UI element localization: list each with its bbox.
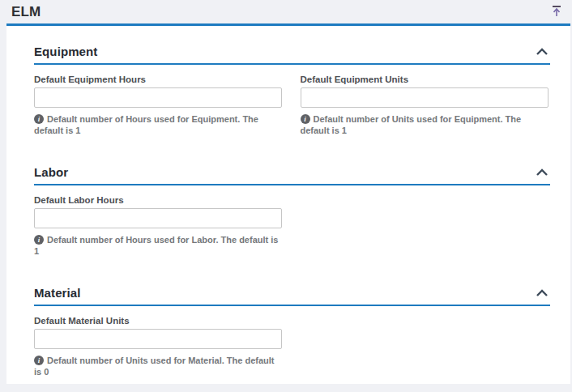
section-equipment: Equipment Default Equipment Hours Defaul… (34, 45, 550, 136)
default-material-units-input[interactable] (34, 329, 282, 349)
field-label: Default Labor Hours (34, 195, 284, 205)
field-help: Default number of Hours used for Labor. … (34, 234, 284, 257)
section-labor-header: Labor (34, 165, 550, 185)
field-default-equipment-hours: Default Equipment Hours Default number o… (34, 75, 284, 136)
section-title: Material (34, 286, 81, 300)
section-material: Material Default Material Units Default … (34, 286, 550, 377)
field-help: Default number of Units used for Materia… (34, 355, 284, 377)
chevron-up-icon (536, 167, 549, 179)
settings-panel: Equipment Default Equipment Hours Defaul… (6, 23, 570, 384)
default-labor-hours-input[interactable] (34, 208, 282, 228)
section-equipment-header: Equipment (34, 45, 550, 65)
field-default-labor-hours: Default Labor Hours Default number of Ho… (34, 195, 284, 257)
chevron-up-icon (536, 288, 549, 300)
default-equipment-units-input[interactable] (301, 87, 549, 108)
field-default-equipment-units: Default Equipment Units Default number o… (301, 75, 551, 136)
collapse-equipment-button[interactable] (534, 48, 550, 56)
section-labor: Labor Default Labor Hours Default number… (34, 165, 550, 257)
info-icon (301, 114, 310, 124)
info-icon (34, 235, 44, 245)
section-material-header: Material (34, 286, 550, 306)
scroll-to-top-button[interactable] (549, 5, 564, 19)
field-help-text: Default number of Hours used for Labor. … (34, 235, 278, 256)
field-label: Default Equipment Units (301, 75, 551, 84)
field-help: Default number of Hours used for Equipme… (34, 113, 284, 136)
field-help: Default number of Units used for Equipme… (301, 113, 551, 136)
field-help-text: Default number of Hours used for Equipme… (34, 114, 258, 135)
section-title: Labor (34, 165, 68, 179)
default-equipment-hours-input[interactable] (34, 87, 282, 108)
section-title: Equipment (34, 45, 97, 58)
page-header: ELM (0, 0, 572, 23)
info-icon (34, 356, 44, 365)
info-icon (34, 114, 44, 124)
field-help-text: Default number of Units used for Materia… (34, 356, 275, 377)
field-label: Default Material Units (34, 316, 284, 326)
field-help-text: Default number of Units used for Equipme… (301, 114, 522, 135)
page-title: ELM (11, 4, 41, 20)
collapse-labor-button[interactable] (534, 168, 550, 177)
field-default-material-units: Default Material Units Default number of… (34, 316, 284, 377)
chevron-up-icon (536, 46, 549, 58)
collapse-material-button[interactable] (534, 289, 550, 297)
field-label: Default Equipment Hours (34, 75, 284, 84)
scroll-to-top-icon (551, 5, 562, 19)
